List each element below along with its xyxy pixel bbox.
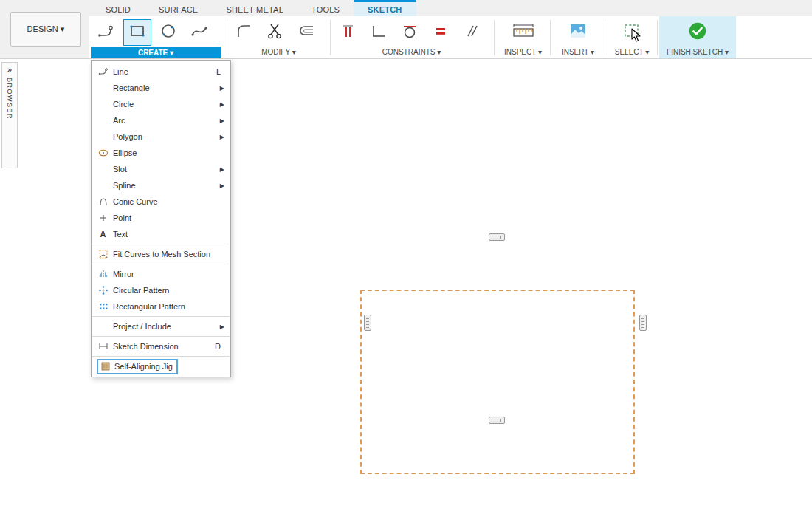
- rectangle-tool-button[interactable]: [123, 19, 151, 46]
- fillet-tool-button[interactable]: [230, 19, 258, 46]
- parallel-constraint-button[interactable]: [458, 19, 486, 46]
- perpendicular-constraint-button[interactable]: [365, 19, 393, 46]
- finish-sketch-dropdown-trigger[interactable]: FINISH SKETCH ▾: [659, 47, 736, 57]
- menu-item-shortcut: D: [215, 342, 227, 351]
- create-dropdown-trigger[interactable]: CREATE ▾: [91, 47, 221, 58]
- point-menu-icon: [97, 213, 109, 224]
- menu-item-polygon[interactable]: Polygon ▶: [92, 129, 230, 145]
- offset-tool-button[interactable]: [292, 19, 320, 46]
- circle-tool-button[interactable]: [154, 19, 182, 46]
- submenu-arrow-icon: ▶: [220, 182, 227, 189]
- sketch-grip-bottom[interactable]: [489, 417, 505, 424]
- select-dropdown-trigger[interactable]: SELECT ▾: [607, 47, 657, 57]
- finish-sketch-label: FINISH SKETCH ▾: [667, 48, 729, 56]
- inspect-dropdown-trigger[interactable]: INSPECT ▾: [496, 47, 550, 57]
- tab-label: TOOLS: [312, 5, 340, 14]
- insert-group-icons: [552, 18, 604, 47]
- circular-pattern-menu-icon: [97, 285, 109, 296]
- constraints-label: CONSTRAINTS ▾: [382, 48, 441, 56]
- menu-item-point[interactable]: Point: [92, 210, 230, 226]
- tab-surface[interactable]: SURFACE: [145, 0, 212, 16]
- scissors-icon: [266, 21, 285, 44]
- menu-divider: [92, 316, 230, 317]
- tab-sheet-metal[interactable]: SHEET METAL: [212, 0, 297, 16]
- menu-divider: [92, 264, 230, 264]
- menu-item-rectangular-pattern[interactable]: Rectangular Pattern: [92, 298, 230, 315]
- tab-sketch[interactable]: SKETCH: [354, 0, 416, 16]
- toolbar-group-create: CREATE ▾: [91, 16, 221, 58]
- constraints-dropdown-trigger[interactable]: CONSTRAINTS ▾: [332, 47, 491, 57]
- menu-item-label: Rectangular Pattern: [113, 302, 185, 311]
- insert-image-button[interactable]: [564, 19, 592, 46]
- line-tool-button[interactable]: [92, 19, 120, 46]
- menu-item-project-include[interactable]: Project / Include ▶: [92, 318, 230, 335]
- toolbar-separator: [330, 20, 331, 55]
- tangent-constraint-button[interactable]: [396, 19, 424, 46]
- menu-item-rectangle[interactable]: Rectangle ▶: [92, 80, 230, 96]
- sketch-grip-top[interactable]: [489, 233, 505, 241]
- spline-tool-button[interactable]: [185, 19, 213, 46]
- menu-item-label: Spline: [113, 181, 136, 190]
- menu-item-label: Circle: [113, 100, 134, 109]
- self-aligning-jig-icon: [99, 361, 111, 372]
- trim-tool-button[interactable]: [261, 19, 289, 46]
- menu-item-conic-curve[interactable]: Conic Curve: [92, 194, 230, 210]
- menu-item-label: Project / Include: [113, 322, 171, 331]
- submenu-arrow-icon: ▶: [220, 117, 227, 124]
- measure-tool-button[interactable]: [509, 19, 537, 46]
- app-window: DESIGN ▾ SOLID SURFACE SHEET METAL TOOLS…: [0, 0, 812, 517]
- menu-item-mirror[interactable]: Mirror: [92, 266, 230, 282]
- menu-item-fit-curves-to-mesh-section[interactable]: Fit Curves to Mesh Section: [92, 246, 230, 262]
- midpoint-constraint-button[interactable]: [334, 19, 362, 46]
- browser-panel-collapsed: » BROWSER: [1, 62, 18, 168]
- sketch-grip-left[interactable]: [364, 315, 371, 331]
- sketch-grip-right[interactable]: [639, 315, 647, 331]
- menu-item-text[interactable]: A Text: [92, 226, 230, 242]
- menu-item-label: Text: [113, 230, 128, 239]
- menu-item-shortcut: L: [216, 67, 227, 76]
- menu-item-sketch-dimension[interactable]: Sketch Dimension D: [92, 338, 230, 355]
- toolbar-separator: [227, 20, 227, 55]
- submenu-arrow-icon: ▶: [220, 101, 227, 108]
- equal-constraint-button[interactable]: [427, 19, 455, 46]
- select-label: SELECT ▾: [615, 48, 650, 56]
- finish-sketch-button[interactable]: [684, 19, 712, 46]
- perpendicular-constraint-icon: [369, 21, 388, 44]
- tab-label: SURFACE: [159, 5, 198, 14]
- menu-divider: [92, 336, 230, 337]
- menu-item-self-aligning-jig[interactable]: Self-Aligning Jig: [92, 358, 230, 374]
- toolbar-group-constraints: CONSTRAINTS ▾: [332, 16, 491, 58]
- text-menu-icon: A: [97, 229, 109, 240]
- create-group-icons: [92, 18, 221, 47]
- toolbar-separator: [550, 20, 551, 55]
- mirror-menu-icon: [97, 269, 109, 280]
- insert-dropdown-trigger[interactable]: INSERT ▾: [552, 47, 604, 57]
- menu-item-ellipse[interactable]: Ellipse: [92, 145, 230, 161]
- menu-item-slot[interactable]: Slot ▶: [92, 161, 230, 177]
- menu-item-line[interactable]: Line L: [92, 64, 230, 80]
- tab-tools[interactable]: TOOLS: [297, 0, 354, 16]
- parallel-constraint-icon: [462, 21, 481, 44]
- menu-item-arc[interactable]: Arc ▶: [92, 112, 230, 129]
- menu-item-label: Self-Aligning Jig: [114, 362, 173, 371]
- menu-item-label: Sketch Dimension: [113, 342, 179, 351]
- green-check-icon: [687, 21, 708, 44]
- toolbar-group-insert: INSERT ▾: [552, 16, 604, 58]
- submenu-arrow-icon: ▶: [220, 323, 227, 330]
- menu-item-circle[interactable]: Circle ▶: [92, 96, 230, 112]
- modify-dropdown-trigger[interactable]: MODIFY ▾: [229, 47, 328, 57]
- midpoint-constraint-icon: [338, 21, 357, 44]
- constraints-group-icons: [334, 18, 491, 47]
- menu-divider: [92, 356, 230, 357]
- browser-expand-icon[interactable]: »: [7, 65, 12, 74]
- workspace-selector[interactable]: DESIGN ▾: [10, 12, 81, 47]
- menu-item-circular-pattern[interactable]: Circular Pattern: [92, 282, 230, 298]
- menu-item-label: Slot: [113, 165, 127, 174]
- menu-item-label: Conic Curve: [113, 197, 158, 206]
- tab-solid[interactable]: SOLID: [92, 0, 145, 16]
- selected-sketch-rectangle[interactable]: [360, 290, 635, 474]
- menu-icon-placeholder: [97, 321, 109, 332]
- menu-item-spline[interactable]: Spline ▶: [92, 177, 230, 194]
- finish-group-icons: [659, 18, 736, 47]
- browser-expand-glyph: »: [7, 65, 12, 74]
